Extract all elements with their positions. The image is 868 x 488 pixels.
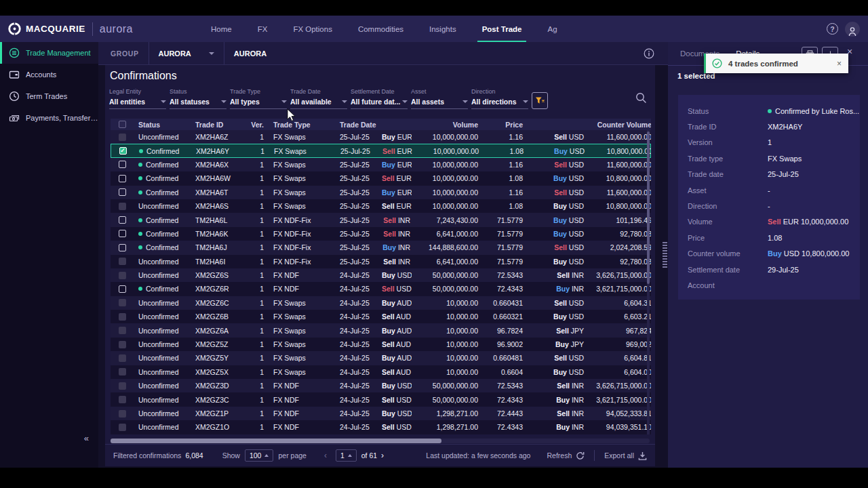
currency: EUR	[395, 147, 412, 155]
column-header-counter-volume[interactable]: Counter Volume	[585, 121, 651, 129]
search-icon[interactable]	[635, 92, 647, 106]
nav-tab-home[interactable]: Home	[198, 16, 245, 42]
nav-tab-insights[interactable]: Insights	[416, 16, 469, 42]
table-row-XM2HA6W[interactable]: ConfirmedXM2HA6W1FX Swaps25-Jul-25Sell E…	[111, 171, 651, 185]
row-checkbox[interactable]	[119, 258, 126, 265]
filter-trade-date[interactable]: Trade Date All available	[290, 88, 347, 109]
next-page-button[interactable]: ›	[381, 451, 384, 460]
filter-trade-type[interactable]: Trade Type All types	[230, 88, 287, 109]
table-row-XM2GZ6S[interactable]: UnconfirmedXM2GZ6S1FX NDF24-Jul-25Buy US…	[111, 268, 651, 282]
row-checkbox[interactable]	[119, 272, 126, 279]
sidebar-item-trade-management[interactable]: Trade Management	[0, 42, 98, 64]
trade-detail-card: Status Confirmed by Luke Ros... Trade ID…	[678, 95, 860, 300]
row-checkbox[interactable]	[119, 354, 126, 362]
export-all-button[interactable]: Export all	[604, 451, 647, 460]
refresh-button[interactable]: Refresh	[547, 451, 585, 460]
column-header-trade-date[interactable]: Trade Date	[336, 121, 382, 129]
cell-counter-volume: 94,052,333.81	[585, 409, 651, 418]
row-checkbox[interactable]	[119, 368, 126, 375]
filter-asset[interactable]: Asset All assets	[411, 88, 468, 109]
clear-filters-button[interactable]	[532, 92, 548, 109]
table-row-XM2GZ1P[interactable]: UnconfirmedXM2GZ1P1FX NDF24-Jul-25Buy US…	[111, 407, 651, 420]
nav-tab-fx-options[interactable]: FX Options	[280, 16, 345, 42]
nav-tab-commodities[interactable]: Commodities	[345, 16, 416, 42]
table-row-XM2HA6X[interactable]: ConfirmedXM2HA6X1FX Swaps25-Jul-25Buy EU…	[111, 158, 651, 171]
table-row-TM2HA6J[interactable]: ConfirmedTM2HA6J1FX NDF-Fix25-Jul-25Buy …	[111, 241, 651, 254]
row-checkbox[interactable]	[119, 188, 126, 196]
select-all-checkbox[interactable]	[119, 121, 126, 128]
table-row-XM2HA6T[interactable]: ConfirmedXM2HA6T1FX Swaps25-Jul-25Buy EU…	[111, 186, 651, 199]
column-header-trade-type[interactable]: Trade Type	[264, 121, 336, 129]
table-row-TM2HA6K[interactable]: ConfirmedTM2HA6K1FX NDF-Fix25-Jul-25Sell…	[111, 227, 651, 241]
column-header-trade-id[interactable]: Trade ID	[192, 121, 243, 129]
info-icon[interactable]	[644, 48, 654, 62]
table-row-XM2GZ6R[interactable]: ConfirmedXM2GZ6R1FX NDF24-Jul-25Sell USD…	[111, 282, 651, 296]
direction-buy: Buy	[553, 216, 567, 224]
row-checkbox[interactable]	[119, 313, 126, 321]
row-checkbox[interactable]	[119, 382, 126, 390]
table-row-XM2GZ5Z[interactable]: UnconfirmedXM2GZ5Z1FX Swaps24-Jul-25Sell…	[111, 338, 651, 351]
row-checkbox[interactable]	[119, 299, 126, 306]
row-checkbox[interactable]	[119, 216, 126, 224]
user-avatar-icon[interactable]	[845, 22, 860, 37]
filter-settlement-date[interactable]: Settlement Date All future dat...	[351, 88, 408, 109]
help-icon[interactable]: ?	[827, 23, 838, 35]
page-number-select[interactable]: 1	[336, 449, 357, 462]
row-checkbox-cell	[111, 327, 134, 334]
table-row-XM2GZ6C[interactable]: UnconfirmedXM2GZ6C1FX Swaps24-Jul-25Buy …	[111, 296, 651, 310]
page-size-select[interactable]: 100	[245, 449, 274, 462]
direction-buy: Buy	[553, 174, 567, 182]
sidebar-item-payments-transfers[interactable]: Payments, Transfers & ...	[0, 107, 98, 129]
row-checkbox[interactable]	[119, 203, 126, 210]
table-row-TM2HA6I[interactable]: UnconfirmedTM2HA6I1FX NDF-Fix25-Jul-25Se…	[111, 255, 651, 268]
group-select[interactable]: AURORA	[149, 42, 224, 64]
nav-tab-post-trade[interactable]: Post Trade	[469, 16, 535, 42]
row-checkbox[interactable]	[119, 327, 126, 334]
row-checkbox[interactable]	[119, 285, 126, 293]
column-header-price[interactable]: Price	[479, 121, 524, 129]
table-row-XM2GZ3C[interactable]: UnconfirmedXM2GZ3C1FX NDF24-Jul-25Sell U…	[111, 392, 651, 406]
row-checkbox[interactable]: ✓	[119, 147, 127, 155]
horizontal-scrollbar-thumb[interactable]	[111, 439, 441, 443]
cell-trade-id: XM2GZ5Z	[192, 340, 243, 348]
sidebar-collapse-button[interactable]: «	[84, 433, 89, 443]
table-row-XM2HA6Y[interactable]: ✓ConfirmedXM2HA6Y1FX Swaps25-Jul-25Sell …	[111, 144, 651, 157]
filter-direction[interactable]: Direction All directions	[471, 88, 528, 109]
table-row-XM2GZ5Y[interactable]: UnconfirmedXM2GZ5Y1FX Swaps24-Jul-25Buy …	[111, 351, 651, 365]
panel-resize-handle[interactable]	[663, 242, 667, 269]
vertical-scrollbar-thumb[interactable]	[647, 131, 650, 284]
table-row-XM2HA6Z[interactable]: UnconfirmedXM2HA6Z1FX Swaps25-Jul-25Buy …	[111, 130, 651, 144]
column-header-ver-[interactable]: Ver.	[243, 121, 264, 129]
check-circle-icon	[712, 58, 722, 68]
filter-status[interactable]: Status All statuses	[170, 88, 226, 109]
row-checkbox[interactable]	[119, 396, 126, 403]
table-row-XM2GZ3D[interactable]: UnconfirmedXM2GZ3D1FX NDF24-Jul-25Buy US…	[111, 379, 651, 392]
table-row-XM2HA6S[interactable]: UnconfirmedXM2HA6S1FX Swaps25-Jul-25Sell…	[111, 199, 651, 213]
row-checkbox[interactable]	[119, 134, 126, 141]
nav-tab-ag[interactable]: Ag	[534, 16, 570, 42]
row-checkbox[interactable]	[119, 230, 126, 237]
row-checkbox[interactable]	[119, 341, 126, 348]
sidebar-item-term-trades[interactable]: Term Trades	[0, 85, 98, 107]
table-row-TM2HA6L[interactable]: ConfirmedTM2HA6L1FX NDF-Fix25-Jul-25Sell…	[111, 213, 651, 226]
table-row-XM2GZ1O[interactable]: UnconfirmedXM2GZ1O1FX NDF24-Jul-25Sell U…	[111, 420, 651, 434]
table-row-XM2GZ6A[interactable]: UnconfirmedXM2GZ6A1FX Swaps24-Jul-25Buy …	[111, 323, 651, 337]
column-header-volume[interactable]: Volume	[412, 121, 479, 129]
row-checkbox[interactable]	[119, 244, 126, 251]
row-checkbox[interactable]	[119, 410, 126, 418]
horizontal-scrollbar[interactable]	[111, 439, 650, 443]
toast-close-icon[interactable]: ×	[837, 59, 842, 68]
brand[interactable]: MACQUARIE aurora	[8, 22, 133, 36]
nav-tab-fx[interactable]: FX	[245, 16, 281, 42]
column-header-status[interactable]: Status	[134, 121, 192, 129]
filter-legal-entity[interactable]: Legal Entity All entities	[109, 88, 166, 109]
table-row-XM2GZ6B[interactable]: UnconfirmedXM2GZ6B1FX Swaps24-Jul-25Sell…	[111, 310, 651, 323]
row-checkbox[interactable]	[119, 161, 126, 168]
row-checkbox[interactable]	[119, 175, 126, 182]
row-checkbox[interactable]	[119, 424, 126, 431]
sidebar-item-accounts[interactable]: Accounts	[0, 64, 98, 85]
vertical-scrollbar[interactable]	[647, 130, 650, 434]
prev-page-button[interactable]: ‹	[324, 451, 327, 460]
table-row-XM2GZ5X[interactable]: UnconfirmedXM2GZ5X1FX Swaps24-Jul-25Sell…	[111, 365, 651, 379]
currency: USD	[567, 230, 584, 238]
